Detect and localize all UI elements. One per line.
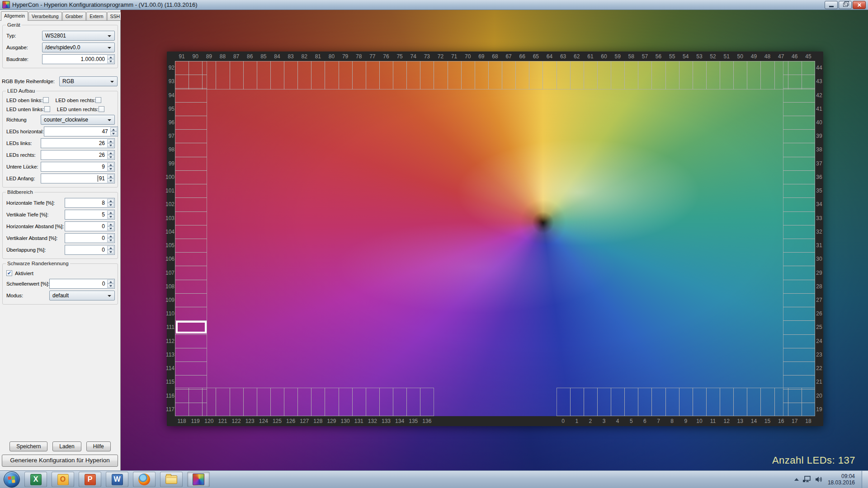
taskbar-firefox-button[interactable] bbox=[133, 472, 156, 487]
led-oben-links-checkbox[interactable] bbox=[43, 97, 49, 103]
led-label-left: 106 bbox=[167, 252, 175, 266]
spin-up-button[interactable] bbox=[107, 246, 114, 250]
led-cell bbox=[783, 239, 815, 253]
tab-verarbeitung[interactable]: Verarbeitung bbox=[28, 12, 62, 20]
led-count-label: Anzahl LEDs: 137 bbox=[772, 455, 855, 466]
spin-up-button[interactable] bbox=[107, 222, 114, 226]
aktiviert-checkbox[interactable] bbox=[6, 270, 12, 276]
spin-up-button[interactable] bbox=[107, 280, 114, 284]
ausgabe-select[interactable]: /dev/spidev0.0 bbox=[42, 42, 115, 52]
horizontale-tiefe-input[interactable]: 8 bbox=[65, 198, 115, 208]
spin-down-button[interactable] bbox=[107, 250, 114, 254]
spin-up-button[interactable] bbox=[107, 55, 114, 59]
leds-links-input[interactable]: 26 bbox=[41, 138, 115, 148]
clock[interactable]: 09:04 18.03.2016 bbox=[828, 473, 855, 486]
modus-select[interactable]: default bbox=[49, 291, 115, 300]
led-anfang-input[interactable]: 91 bbox=[41, 174, 115, 183]
highlighted-led-cell bbox=[176, 321, 207, 333]
led-label-top: 50 bbox=[733, 52, 747, 61]
led-cell bbox=[760, 388, 774, 416]
taskbar-excel-button[interactable]: X bbox=[24, 472, 47, 487]
led-label-bottom: 7 bbox=[651, 416, 665, 426]
tab-allgemein[interactable]: Allgemein bbox=[1, 11, 28, 21]
spin-up-button[interactable] bbox=[107, 174, 114, 178]
vertikaler-abstand-input[interactable]: 0 bbox=[65, 233, 115, 243]
led-unten-rechts-checkbox[interactable] bbox=[99, 106, 104, 112]
spin-up-button[interactable] bbox=[107, 163, 114, 167]
start-button[interactable] bbox=[4, 471, 20, 488]
taskbar-explorer-button[interactable] bbox=[160, 472, 183, 487]
network-icon[interactable] bbox=[803, 476, 811, 483]
show-desktop-button[interactable] bbox=[862, 471, 868, 488]
spin-down-button[interactable] bbox=[107, 226, 114, 230]
taskbar-powerpoint-button[interactable]: P bbox=[79, 472, 101, 487]
spin-down-button[interactable] bbox=[107, 59, 114, 63]
leds-rechts-input[interactable]: 26 bbox=[41, 150, 115, 160]
spin-up-button[interactable] bbox=[107, 151, 114, 155]
taskbar-hypercon-button[interactable] bbox=[187, 472, 210, 487]
spin-down-button[interactable] bbox=[107, 143, 114, 147]
taskbar-outlook-button[interactable]: O bbox=[52, 472, 74, 487]
taskbar-word-button[interactable]: W bbox=[106, 472, 128, 487]
led-cell bbox=[420, 388, 434, 416]
hilfe-button[interactable]: Hilfe bbox=[86, 441, 111, 451]
led-anfang-value: 91 bbox=[99, 174, 105, 183]
led-label-right: 32 bbox=[815, 225, 823, 239]
led-cell bbox=[230, 61, 244, 89]
led-unten-links-checkbox[interactable] bbox=[44, 106, 50, 112]
untere-luecke-input[interactable]: 9 bbox=[41, 162, 115, 172]
typ-select[interactable]: WS2801 bbox=[42, 31, 115, 41]
led-label-top: 85 bbox=[257, 52, 270, 61]
led-label-top: 63 bbox=[557, 52, 570, 61]
tab-grabber[interactable]: Grabber bbox=[62, 12, 86, 20]
spin-down-button[interactable] bbox=[107, 284, 114, 288]
spin-down-button[interactable] bbox=[107, 203, 114, 207]
led-label-bottom: 127 bbox=[297, 416, 311, 426]
led-label-top: 80 bbox=[325, 52, 338, 61]
generate-config-button[interactable]: Generiere Konfiguration für Hyperion bbox=[2, 455, 118, 467]
group-geraet: Gerät Typ: WS2801 Ausgabe: /dev/spidev0.… bbox=[2, 25, 118, 68]
laden-button[interactable]: Laden bbox=[52, 441, 81, 451]
restore-button[interactable] bbox=[839, 1, 852, 9]
spin-down-button[interactable] bbox=[110, 131, 117, 136]
tray-expand-icon[interactable] bbox=[794, 478, 799, 481]
led-label-bottom: 121 bbox=[216, 416, 229, 426]
led-cell bbox=[679, 61, 693, 89]
window-controls bbox=[825, 1, 868, 9]
richtung-select[interactable]: counter_clockwise bbox=[41, 115, 115, 125]
led-label-left: 99 bbox=[167, 157, 175, 170]
schwellenwert-input[interactable]: 0 bbox=[49, 279, 115, 289]
speichern-button[interactable]: Speichern bbox=[9, 441, 47, 451]
horizontaler-abstand-input[interactable]: 0 bbox=[65, 221, 115, 231]
spin-up-button[interactable] bbox=[107, 234, 114, 238]
ueberlappung-input[interactable]: 0 bbox=[65, 245, 115, 255]
led-cell bbox=[448, 61, 462, 89]
spin-down-button[interactable] bbox=[107, 155, 114, 159]
clock-time: 09:04 bbox=[828, 473, 855, 479]
spin-up-button[interactable] bbox=[110, 127, 117, 131]
led-label-bottom: 11 bbox=[706, 416, 720, 426]
spin-down-button[interactable] bbox=[107, 238, 114, 242]
vertikale-tiefe-input[interactable]: 5 bbox=[65, 210, 115, 220]
led-cell bbox=[783, 252, 815, 266]
tab-extern[interactable]: Extern bbox=[86, 12, 106, 20]
led-cell bbox=[175, 197, 207, 211]
spin-up-button[interactable] bbox=[107, 139, 114, 143]
led-cell bbox=[733, 388, 747, 416]
spin-down-button[interactable] bbox=[107, 178, 114, 183]
leds-rechts-label: LEDs rechts: bbox=[5, 152, 41, 158]
close-button[interactable] bbox=[853, 1, 866, 9]
leds-horizontal-input[interactable]: 47 bbox=[44, 127, 118, 136]
led-label-top: 78 bbox=[352, 52, 366, 61]
spin-down-button[interactable] bbox=[107, 167, 114, 171]
rgb-order-select[interactable]: RGB bbox=[59, 76, 118, 86]
spin-up-button[interactable] bbox=[107, 211, 114, 215]
group-caption: Bildbereich bbox=[6, 189, 34, 195]
volume-icon[interactable] bbox=[815, 476, 823, 483]
spin-down-button[interactable] bbox=[107, 215, 114, 219]
baudrate-input[interactable]: 1.000.000 bbox=[42, 54, 115, 64]
led-oben-rechts-checkbox[interactable] bbox=[95, 97, 101, 103]
spin-up-button[interactable] bbox=[107, 199, 114, 203]
minimize-button[interactable] bbox=[825, 1, 838, 9]
titlebar: HyperCon - Hyperion Konfigurationsprogra… bbox=[0, 0, 868, 10]
